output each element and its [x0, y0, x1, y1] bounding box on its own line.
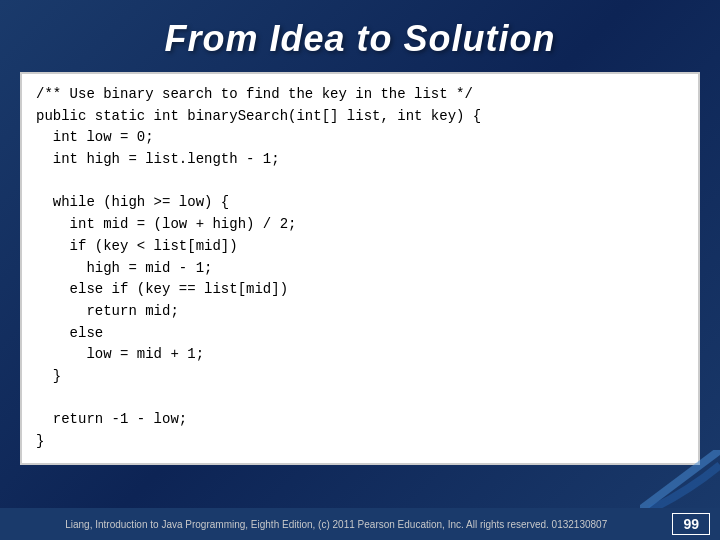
code-block: /** Use binary search to find the key in… — [20, 72, 700, 465]
decorative-curve — [640, 450, 720, 510]
slide-container: From Idea to Solution /** Use binary sea… — [0, 0, 720, 540]
footer-text: Liang, Introduction to Java Programming,… — [0, 519, 672, 530]
page-number: 99 — [672, 513, 710, 535]
footer: Liang, Introduction to Java Programming,… — [0, 508, 720, 540]
slide-title: From Idea to Solution — [165, 0, 556, 72]
